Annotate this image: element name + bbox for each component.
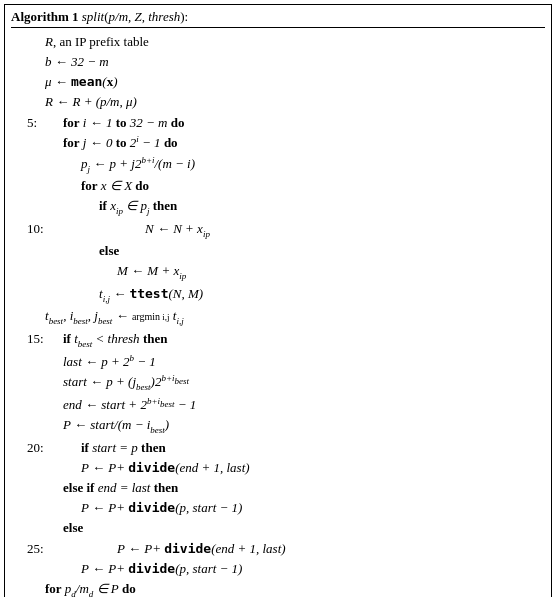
line-if-xip: if xip ∈ pj then — [27, 196, 545, 219]
line-p-divide-1: P ← P+ divide(end + 1, last) — [27, 458, 545, 478]
algorithm-header: Algorithm 1 split(p/m, Z, thresh): — [11, 9, 545, 28]
line-15: 15: if tbest < thresh then — [27, 329, 545, 352]
line-pj-assign: pj ← p + j2b+i/(m − i) — [27, 153, 545, 176]
line-20: 20: if start = p then — [27, 438, 545, 458]
line-b-assign: b ← 32 − m — [27, 52, 545, 72]
line-p-divide-3: P ← P+ divide(p, start − 1) — [27, 559, 545, 579]
line-10: 10: N ← N + xip — [27, 219, 545, 242]
line-end-assign: end ← start + 2b+ibest − 1 — [27, 395, 545, 415]
line-last-assign: last ← p + 2b − 1 — [27, 352, 545, 372]
line-tij-assign: ti,j ← ttest(N, M) — [27, 284, 545, 307]
line-5: 5: for i ← 1 to 32 − m do — [27, 113, 545, 133]
line-25: 25: P ← P+ divide(end + 1, last) — [27, 539, 545, 559]
line-m-update: M ← M + xip — [27, 261, 545, 284]
line-for-j: for j ← 0 to 2i − 1 do — [27, 133, 545, 153]
line-for-pd: for pd/md ∈ P do — [27, 579, 545, 597]
algorithm-body: R, an IP prefix table b ← 32 − m μ ← mea… — [11, 32, 545, 597]
line-else-2: else — [27, 518, 545, 538]
line-p-divide-2: P ← P+ divide(p, start − 1) — [27, 498, 545, 518]
line-for-x: for x ∈ X do — [27, 176, 545, 196]
line-tbest: tbest, ibest, jbest ← argmin i,j ti,j — [27, 306, 545, 329]
line-mu-assign: μ ← mean(x) — [27, 72, 545, 92]
line-r-update: R ← R + (p/m, μ) — [27, 92, 545, 112]
line-start-assign: start ← p + (jbest)2b+ibest — [27, 372, 545, 395]
algo-label: Algorithm 1 split(p/m, Z, thresh): — [11, 9, 188, 24]
line-else-if: else if end = last then — [27, 478, 545, 498]
line-else-1: else — [27, 241, 545, 261]
line-p-assign: P ← start/(m − ibest) — [27, 415, 545, 438]
line-r-desc: R, an IP prefix table — [27, 32, 545, 52]
algorithm-box: Algorithm 1 split(p/m, Z, thresh): R, an… — [4, 4, 552, 597]
